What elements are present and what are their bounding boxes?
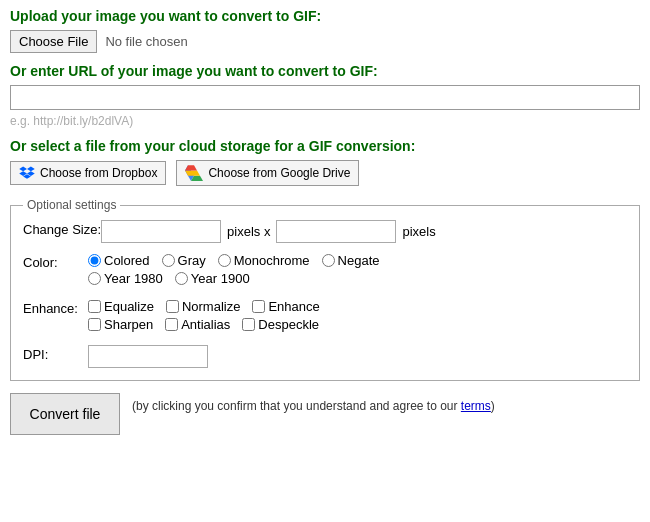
url-title: Or enter URL of your image you want to c… [10,63,640,79]
color-content: Colored Gray Monochrome Negate [88,253,627,289]
color-negate-radio[interactable] [322,254,335,267]
enhance-sharpen-label: Sharpen [104,317,153,332]
color-year1900-label: Year 1900 [191,271,250,286]
url-input[interactable] [10,85,640,110]
cloud-row: Choose from Dropbox Choose from Google D… [10,160,640,186]
color-year1980-radio[interactable] [88,272,101,285]
pixels-x-label: pixels x [227,224,270,239]
convert-note-end: ) [491,399,495,413]
color-gray-radio[interactable] [162,254,175,267]
color-year1980-label: Year 1980 [104,271,163,286]
page-wrapper: Upload your image you want to convert to… [0,0,650,443]
enhance-despeckle-check[interactable] [242,318,255,331]
color-negate[interactable]: Negate [322,253,380,268]
color-colored-radio[interactable] [88,254,101,267]
color-monochrome-radio[interactable] [218,254,231,267]
convert-button[interactable]: Convert file [10,393,120,435]
enhance-despeckle[interactable]: Despeckle [242,317,319,332]
upload-title: Upload your image you want to convert to… [10,8,640,24]
dpi-row: DPI: [23,345,627,368]
enhance-antialias[interactable]: Antialias [165,317,230,332]
color-gray-label: Gray [178,253,206,268]
gdrive-label: Choose from Google Drive [208,166,350,180]
enhance-row1: Equalize Normalize Enhance [88,299,627,314]
color-label: Color: [23,253,88,270]
size-width-input[interactable] [101,220,221,243]
enhance-equalize-check[interactable] [88,300,101,313]
convert-note: (by clicking you confirm that you unders… [132,393,495,415]
enhance-enhance-check[interactable] [252,300,265,313]
color-colored-label: Colored [104,253,150,268]
enhance-enhance-label: Enhance [268,299,319,314]
enhance-content: Equalize Normalize Enhance Sharpen [88,299,627,335]
dropbox-button[interactable]: Choose from Dropbox [10,161,166,185]
enhance-despeckle-label: Despeckle [258,317,319,332]
gdrive-icon [185,165,203,181]
pixels-end-label: pixels [402,224,435,239]
color-year1900[interactable]: Year 1900 [175,271,250,286]
color-year1900-radio[interactable] [175,272,188,285]
no-file-label: No file chosen [105,34,187,49]
change-size-row: Change Size: pixels x pixels [23,220,627,243]
dpi-input[interactable] [88,345,208,368]
enhance-antialias-check[interactable] [165,318,178,331]
enhance-normalize[interactable]: Normalize [166,299,241,314]
change-size-content: pixels x pixels [101,220,627,243]
enhance-equalize[interactable]: Equalize [88,299,154,314]
color-negate-label: Negate [338,253,380,268]
upload-row: Choose File No file chosen [10,30,640,53]
enhance-sharpen[interactable]: Sharpen [88,317,153,332]
dpi-content [88,345,627,368]
choose-file-button[interactable]: Choose File [10,30,97,53]
convert-note-text: (by clicking you confirm that you unders… [132,399,461,413]
optional-settings: Optional settings Change Size: pixels x … [10,198,640,381]
color-monochrome[interactable]: Monochrome [218,253,310,268]
color-year1980[interactable]: Year 1980 [88,271,163,286]
enhance-equalize-label: Equalize [104,299,154,314]
enhance-label: Enhance: [23,299,88,316]
gdrive-button[interactable]: Choose from Google Drive [176,160,359,186]
size-height-input[interactable] [276,220,396,243]
enhance-sharpen-check[interactable] [88,318,101,331]
convert-row: Convert file (by clicking you confirm th… [10,393,640,435]
color-gray[interactable]: Gray [162,253,206,268]
enhance-normalize-check[interactable] [166,300,179,313]
enhance-enhance[interactable]: Enhance [252,299,319,314]
size-row: pixels x pixels [101,220,627,243]
enhance-row: Enhance: Equalize Normalize Enhance [23,299,627,335]
dropbox-icon [19,166,35,180]
color-colored[interactable]: Colored [88,253,150,268]
cloud-title: Or select a file from your cloud storage… [10,138,640,154]
optional-settings-legend: Optional settings [23,198,120,212]
color-monochrome-label: Monochrome [234,253,310,268]
color-radio-row1: Colored Gray Monochrome Negate [88,253,627,268]
enhance-antialias-label: Antialias [181,317,230,332]
enhance-normalize-label: Normalize [182,299,241,314]
terms-link[interactable]: terms [461,399,491,413]
dropbox-label: Choose from Dropbox [40,166,157,180]
enhance-row2: Sharpen Antialias Despeckle [88,317,627,332]
url-placeholder: e.g. http://bit.ly/b2dlVA) [10,114,640,128]
color-row: Color: Colored Gray Monochrome [23,253,627,289]
color-radio-row2: Year 1980 Year 1900 [88,271,627,286]
change-size-label: Change Size: [23,220,101,237]
dpi-label: DPI: [23,345,88,362]
